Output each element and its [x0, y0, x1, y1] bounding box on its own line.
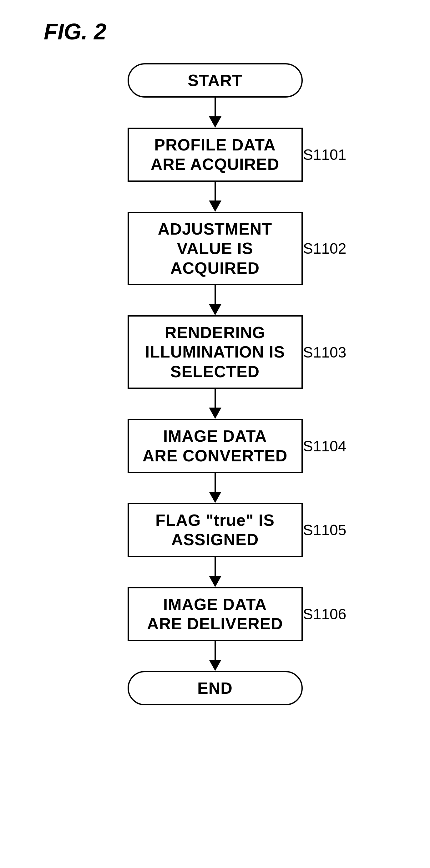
start-label: START	[188, 71, 242, 90]
arrow-head-2	[209, 200, 221, 212]
arrow-line-7	[215, 641, 216, 660]
arrow-2	[209, 182, 221, 212]
arrow-6	[209, 557, 221, 587]
step-s1103-text: RENDERINGILLUMINATION ISSELECTED	[145, 323, 285, 381]
arrow-head-3	[209, 304, 221, 315]
arrow-4	[209, 389, 221, 419]
step-s1104: IMAGE DATAARE CONVERTED	[128, 419, 303, 473]
arrow-line	[215, 98, 216, 116]
step-s1106-label: S1106	[303, 606, 346, 622]
step-s1101-container: PROFILE DATAARE ACQUIRED S1101	[74, 128, 356, 182]
end-label: END	[197, 678, 233, 698]
step-s1104-container: IMAGE DATAARE CONVERTED S1104	[74, 419, 356, 473]
end-step: END	[74, 671, 356, 705]
step-s1106: IMAGE DATAARE DELIVERED	[128, 587, 303, 641]
step-s1101: PROFILE DATAARE ACQUIRED	[128, 128, 303, 182]
arrow-line-3	[215, 285, 216, 304]
step-s1104-text: IMAGE DATAARE CONVERTED	[143, 426, 288, 465]
arrow-head-4	[209, 408, 221, 419]
step-s1101-text: PROFILE DATAARE ACQUIRED	[151, 135, 280, 174]
arrow-head-5	[209, 492, 221, 503]
arrow-head-6	[209, 576, 221, 587]
step-s1104-label: S1104	[303, 438, 346, 454]
arrow-head	[209, 116, 221, 128]
start-terminal: START	[128, 63, 303, 98]
arrow-5	[209, 473, 221, 503]
step-s1103: RENDERINGILLUMINATION ISSELECTED	[128, 315, 303, 389]
step-s1106-container: IMAGE DATAARE DELIVERED S1106	[74, 587, 356, 641]
arrow-line-6	[215, 557, 216, 576]
end-terminal: END	[128, 671, 303, 705]
arrow-1	[209, 98, 221, 128]
arrow-line-2	[215, 182, 216, 200]
step-s1102-label: S1102	[303, 240, 346, 257]
step-s1102-text: ADJUSTMENTVALUE IS ACQUIRED	[135, 219, 295, 278]
arrow-7	[209, 641, 221, 671]
label-s1104-container: S1104	[303, 437, 346, 455]
step-s1105-label: S1105	[303, 522, 346, 538]
label-s1101-container: S1101	[303, 146, 346, 163]
step-s1101-label: S1101	[303, 146, 346, 163]
arrow-line-4	[215, 389, 216, 408]
figure-label: FIG. 2	[44, 19, 106, 44]
step-s1105-container: FLAG "true" ISASSIGNED S1105	[74, 503, 356, 557]
step-s1105-text: FLAG "true" ISASSIGNED	[155, 510, 275, 550]
flowchart: START PROFILE DATAARE ACQUIRED S1101 ADJ…	[74, 63, 356, 705]
label-s1103-container: S1103	[303, 343, 346, 361]
page: FIG. 2 START PROFILE DATAARE ACQUIRED S1…	[0, 0, 430, 868]
arrow-line-5	[215, 473, 216, 492]
label-s1106-container: S1106	[303, 606, 346, 623]
label-s1105-container: S1105	[303, 521, 346, 539]
label-s1102-container: S1102	[303, 240, 346, 257]
step-s1102: ADJUSTMENTVALUE IS ACQUIRED	[128, 212, 303, 285]
step-s1103-label: S1103	[303, 344, 346, 360]
step-s1106-text: IMAGE DATAARE DELIVERED	[147, 595, 283, 634]
step-s1105: FLAG "true" ISASSIGNED	[128, 503, 303, 557]
step-s1103-container: RENDERINGILLUMINATION ISSELECTED S1103	[74, 315, 356, 389]
arrow-head-7	[209, 660, 221, 671]
step-s1102-container: ADJUSTMENTVALUE IS ACQUIRED S1102	[74, 212, 356, 285]
start-step: START	[74, 63, 356, 98]
arrow-3	[209, 285, 221, 315]
